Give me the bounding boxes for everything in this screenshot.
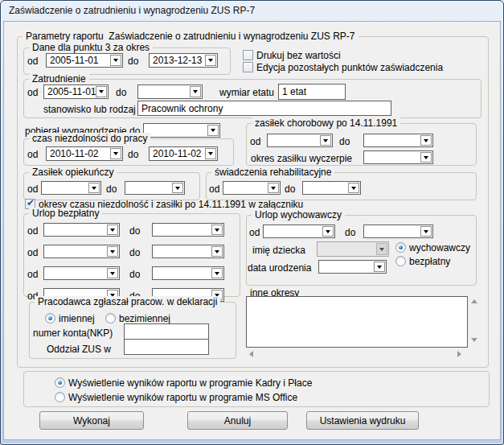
czas-do-label: do — [128, 149, 138, 160]
data-urodzenia-label: data urodzenia — [248, 262, 311, 274]
swiadczenia-do-dropdown-icon[interactable] — [348, 183, 359, 193]
dane-do-dropdown-icon[interactable] — [205, 55, 216, 66]
ustawienia-wydruku-button[interactable]: Ustawienia wydruku — [306, 411, 419, 430]
edycja-pozostalych-checkbox[interactable] — [243, 62, 253, 72]
swiadczenia-od-label: od — [209, 183, 219, 195]
uw-od-combo[interactable] — [263, 225, 335, 238]
opiekunczy-od-label: od — [27, 183, 38, 195]
drukuj-bez-wartosci-label: Drukuj bez wartości — [256, 50, 341, 61]
bezplatny-radio[interactable] — [395, 256, 406, 266]
inne-okresy-scroll-left-icon[interactable] — [249, 351, 253, 357]
wychowawczy-radio-label: wychowawczy — [409, 242, 470, 253]
okres-zasilku-combo[interactable] — [363, 150, 433, 164]
dane-od-dropdown-icon[interactable] — [110, 55, 121, 66]
pobieral-dropdown-icon[interactable] — [207, 125, 219, 136]
dane-do-combo[interactable]: 2013-12-13 — [149, 53, 218, 68]
dialog-window: Zaświadczenie o zatrudnieniu i wynagrodz… — [0, 0, 504, 445]
data-urodzenia-combo[interactable] — [318, 260, 387, 274]
group-swiadczenia-label: świadczenia rehabilitacyjne — [211, 167, 334, 179]
uw-do-combo[interactable] — [363, 225, 433, 238]
dane-od-combo[interactable]: 2005-11-01 — [46, 53, 123, 68]
ub-row1-do-dropdown-icon[interactable] — [211, 225, 223, 235]
imie-dziecka-label: imię dziecka — [252, 245, 305, 256]
ub-row2-od-dropdown-icon[interactable] — [107, 246, 118, 257]
inne-okresy-textarea[interactable] — [246, 296, 468, 348]
zatrudnienie-od-combo[interactable]: 2005-11-01 — [43, 84, 109, 99]
wymiar-etatu-input[interactable] — [278, 84, 346, 100]
czas-od-combo[interactable]: 2010-11-02 — [46, 146, 123, 161]
ub-row3-od-combo[interactable] — [43, 266, 120, 280]
drukuj-bez-wartosci-checkbox[interactable] — [243, 50, 253, 60]
stanowisko-label: stanowisko lub rodzaj — [43, 104, 136, 115]
uw-do-dropdown-icon[interactable] — [420, 226, 432, 237]
ub-row3-do-combo[interactable] — [152, 266, 224, 280]
wymiar-etatu-label: wymiar etatu — [219, 87, 274, 98]
anuluj-button[interactable]: Anuluj — [187, 411, 288, 430]
swiadczenia-do-combo[interactable] — [302, 181, 361, 195]
dane-do-label: do — [128, 56, 138, 67]
chorobowy-do-dropdown-icon[interactable] — [420, 135, 432, 146]
oddzial-zus-input[interactable] — [124, 339, 209, 355]
ub-row2-do-combo[interactable] — [152, 245, 224, 258]
wykonaj-button[interactable]: Wykonaj — [39, 411, 144, 430]
zatrudnienie-od-dropdown-icon[interactable] — [96, 86, 107, 97]
group-zasilek-chorobowy-label: zasiłek chorobowy po 14.11.1991 — [252, 117, 400, 130]
chorobowy-do-combo[interactable] — [363, 134, 433, 147]
inne-okresy-scroll-right-icon[interactable] — [457, 351, 461, 357]
zatrudnienie-od-label: od — [27, 87, 38, 98]
wychowawczy-radio[interactable] — [395, 242, 406, 253]
group-parametry-label: Parametry raportu Zaświadczenie o zatrud… — [23, 31, 359, 43]
ub-row3-do-dropdown-icon[interactable] — [211, 268, 223, 278]
opiekunczy-do-dropdown-icon[interactable] — [172, 183, 183, 193]
chorobowy-od-combo[interactable] — [267, 134, 333, 147]
ub-row2-od-combo[interactable] — [43, 245, 120, 258]
stanowisko-input[interactable] — [137, 101, 391, 116]
imiennej-radio[interactable] — [45, 313, 55, 323]
bezimiennej-radio[interactable] — [105, 313, 116, 323]
oddzial-zus-label: Oddział ZUS w — [47, 344, 111, 355]
opiekunczy-do-label: do — [106, 183, 117, 195]
czas-od-dropdown-icon[interactable] — [110, 148, 121, 159]
czas-od-label: od — [27, 149, 38, 160]
zatrudnienie-do-dropdown-icon[interactable] — [190, 86, 201, 97]
ub-row1-do-combo[interactable] — [152, 223, 224, 237]
ub-row1-od-dropdown-icon[interactable] — [107, 225, 118, 235]
imie-dziecka-dropdown-icon[interactable] — [376, 243, 387, 255]
swiadczenia-od-dropdown-icon[interactable] — [268, 183, 279, 193]
ub-row1-od-combo[interactable] — [43, 223, 120, 237]
bezimiennej-radio-label: bezimiennej — [119, 313, 170, 324]
bezplatny-radio-label: bezpłatny — [409, 256, 450, 267]
uw-do-label: do — [345, 227, 355, 238]
data-urodzenia-dropdown-icon[interactable] — [374, 262, 385, 272]
edycja-pozostalych-label: Edycja pozostałych punktów zaświadczenia — [256, 62, 443, 73]
uw-od-dropdown-icon[interactable] — [322, 226, 334, 237]
czas-do-combo[interactable]: 2010-11-02 — [149, 146, 218, 161]
pobieral-wynagrodzenie-combo[interactable] — [143, 123, 220, 138]
zatrudnienie-do-label: do — [116, 87, 126, 98]
group-czas-niezdolnosci-label: czas niezdolności do pracy — [29, 133, 150, 145]
swiadczenia-od-combo[interactable] — [223, 181, 281, 195]
zatrudnienie-do-combo[interactable] — [137, 84, 203, 99]
wyniki-office-radio[interactable] — [55, 392, 65, 402]
czas-do-dropdown-icon[interactable] — [205, 148, 216, 159]
wyniki-kadry-label: Wyświetlenie wyników raportu w programie… — [68, 377, 312, 389]
chorobowy-do-label: do — [339, 136, 350, 147]
opiekunczy-od-dropdown-icon[interactable] — [88, 183, 100, 193]
inne-okresy-scroll-up-icon[interactable] — [471, 299, 477, 303]
chorobowy-od-label: od — [250, 136, 260, 147]
wyniki-kadry-radio[interactable] — [55, 377, 65, 388]
ub-row2-do-dropdown-icon[interactable] — [211, 246, 223, 257]
chorobowy-od-dropdown-icon[interactable] — [320, 135, 331, 146]
okres-zasilku-dropdown-icon[interactable] — [420, 152, 432, 163]
imie-dziecka-combo[interactable] — [317, 241, 389, 257]
group-dane-punktu-3-label: Dane dla punktu 3 za okres — [29, 42, 153, 54]
group-urlop-wychowawczy-label: Urlop wychowawczy — [252, 209, 345, 221]
inne-okresy-scroll-down-icon[interactable] — [471, 338, 477, 342]
opiekunczy-od-combo[interactable] — [41, 181, 101, 195]
dane-od-label: od — [27, 56, 38, 67]
uw-od-label: od — [249, 227, 260, 238]
numer-konta-input[interactable] — [124, 323, 209, 340]
opiekunczy-do-combo[interactable] — [125, 181, 185, 195]
ub-row3-od-dropdown-icon[interactable] — [107, 268, 118, 278]
group-pracodawca-label: Pracodawca zgłaszał pracow. w deklaracji — [35, 296, 220, 308]
